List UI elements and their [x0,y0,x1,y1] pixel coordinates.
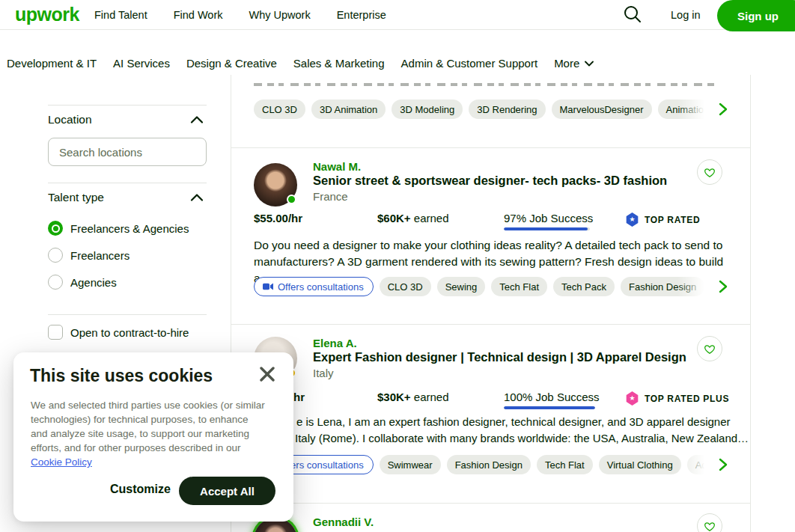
skill-tag[interactable]: Virtual Clothing [599,455,681,474]
search-icon[interactable] [621,3,644,25]
nav-find-talent[interactable]: Find Talent [94,9,147,21]
cookie-consent-modal: This site uses cookies We and selected t… [13,352,293,522]
hourly-rate: $55.00/hr [254,212,302,224]
job-success-label: 97% Job Success [504,212,593,224]
radio-freelancers-agencies[interactable]: Freelancers & Agencies [48,221,189,236]
radio-icon[interactable] [48,275,63,290]
freelancer-title[interactable]: Expert Fashion designer | Technical desi… [313,350,686,364]
freelancer-name[interactable]: Nawal M. [313,160,361,173]
save-heart-button[interactable] [697,513,722,532]
skill-tag[interactable]: Sewing [437,277,486,296]
job-success-label: 100% Job Success [504,391,600,403]
fade-overlay [677,453,713,476]
top-rated-plus-badge-icon: ★ [626,391,639,406]
skill-tag[interactable]: 3D Rendering [469,100,545,119]
nav-enterprise[interactable]: Enterprise [337,9,386,21]
freelancer-bio-line: Italy (Rome). I collaborate with many br… [295,432,749,444]
radio-agencies[interactable]: Agencies [48,275,117,290]
skill-tags-row: Offers consultations CLO 3D Sewing Tech … [254,276,712,297]
cat-admin-support[interactable]: Admin & Customer Support [401,57,538,70]
close-icon [258,364,277,384]
nav-find-work[interactable]: Find Work [174,9,223,21]
skill-tags-row: CLO 3D 3D Animation 3D Modeling 3D Rende… [254,99,712,120]
skill-tag[interactable]: 3D Animation [311,100,386,119]
chevron-right-icon[interactable] [716,458,730,471]
radio-freelancers[interactable]: Freelancers [48,248,130,263]
skill-tag[interactable]: Tech Flat [491,277,547,296]
radio-icon[interactable] [48,248,63,263]
skill-tag[interactable]: Tech Flat [537,455,593,474]
heart-icon [704,521,716,532]
video-camera-icon [263,283,273,290]
save-heart-button[interactable] [697,159,722,185]
skill-tags-row: Offers consultations Swimwear Fashion De… [254,454,712,475]
cookie-policy-link[interactable]: Cookie Policy [31,456,92,468]
cat-development-it[interactable]: Development & IT [7,57,97,70]
nav-why-upwork[interactable]: Why Upwork [249,9,310,21]
login-link[interactable]: Log in [671,9,701,21]
divider [48,314,207,315]
checkbox-icon[interactable] [48,325,63,340]
skill-tag[interactable]: Fashion Design [447,455,531,474]
radio-label: Agencies [70,276,117,289]
top-rated-badge: ★ TOP RATED [626,213,700,227]
search-results: CLO 3D 3D Animation 3D Modeling 3D Rende… [231,75,751,532]
category-nav: Development & IT AI Services Design & Cr… [7,57,594,70]
freelancer-bio-line: e is Lena, I am an expert fashion design… [296,415,731,428]
skill-tag[interactable]: Swimwear [380,455,441,474]
skill-tag[interactable]: 3D Modeling [392,100,463,119]
top-rated-badge-icon: ★ [626,213,639,227]
chevron-right-icon[interactable] [716,103,730,116]
location-filter-title[interactable]: Location [48,113,92,126]
chevron-up-icon[interactable] [190,193,204,202]
upwork-logo[interactable]: upwork [15,4,79,25]
divider [48,105,207,106]
chevron-right-icon[interactable] [716,280,730,293]
cat-more-label: More [554,57,579,70]
divider [231,147,750,148]
fade-overlay [677,98,713,120]
freelancer-location: Italy [313,367,334,379]
truncated-text-line [254,83,716,86]
talent-type-filter-title[interactable]: Talent type [48,191,104,204]
cat-ai-services[interactable]: AI Services [113,57,170,70]
job-success-bar [504,406,595,409]
freelancer-name[interactable]: Gennadii V. [313,516,374,528]
fade-overlay [677,275,713,298]
cat-design-creative[interactable]: Design & Creative [186,57,277,70]
top-header: upwork Find Talent Find Work Why Upwork … [0,0,795,30]
badge-label: TOP RATED PLUS [645,394,729,404]
customize-button[interactable]: Customize [110,483,171,496]
divider [48,183,207,183]
chevron-up-icon[interactable] [190,115,204,124]
freelancer-name[interactable]: Elena A. [313,337,357,349]
cookie-modal-body: We and selected third parties use cookie… [31,398,267,469]
skill-tag[interactable]: Tech Pack [553,277,615,296]
signup-button[interactable]: Sign up [717,0,795,31]
freelancer-title[interactable]: Senior street & sportswear designer- tec… [313,174,667,188]
save-heart-button[interactable] [697,336,722,361]
freelancer-location: France [313,190,348,203]
skill-tag[interactable]: CLO 3D [254,100,305,119]
skill-tag[interactable]: MarvelousDesigner [552,100,652,119]
accept-all-button[interactable]: Accept All [179,477,275,505]
offers-consultations-pill[interactable]: Offers consultations [254,277,374,296]
heart-icon [704,167,716,178]
radio-label: Freelancers [70,249,130,262]
radio-icon[interactable] [48,221,63,236]
cat-sales-marketing[interactable]: Sales & Marketing [293,57,385,70]
location-search-input[interactable] [48,138,207,166]
online-status-dot [287,195,296,204]
contract-to-hire-checkbox-row[interactable]: Open to contract-to-hire [48,325,189,340]
divider [231,503,750,504]
close-button[interactable] [255,361,280,387]
total-earned: $60K+ earned [377,212,449,224]
hourly-rate-fragment: hr [293,391,305,403]
job-success-bar [504,227,590,230]
cookie-modal-title: This site uses cookies [30,366,213,386]
heart-icon [704,343,716,355]
filters-sidebar: Location Talent type Freelancers & Agenc… [48,75,207,374]
total-earned: $30K+ earned [377,391,449,403]
cat-more-dropdown[interactable]: More [554,57,594,70]
skill-tag[interactable]: CLO 3D [380,277,431,296]
